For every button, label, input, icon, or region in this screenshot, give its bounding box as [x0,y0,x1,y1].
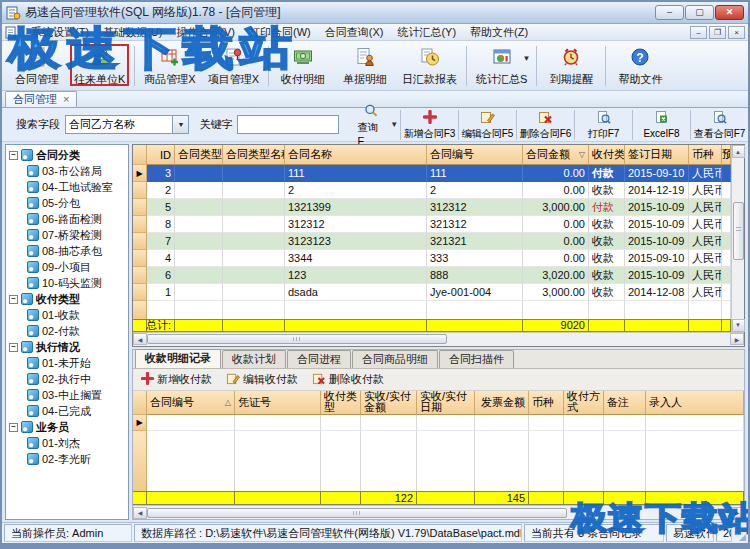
tab-contract-goods[interactable]: 合同商品明细 [352,350,438,368]
mdi-restore-button[interactable]: ❐ [709,26,726,39]
scrollbar-thumb[interactable] [147,334,447,344]
toolbar-due-reminder-button[interactable]: 到期提醒 [540,43,602,89]
menu-system[interactable]: 系统设置(T) [24,24,96,41]
column-header-voucher[interactable]: 凭证号 [235,391,321,415]
scroll-left-icon[interactable]: ◀ [133,507,147,519]
search-field-select[interactable]: 合同乙方名称 ▼ [65,115,189,134]
mdi-close-button[interactable]: × [728,26,745,39]
tree-node[interactable]: 04-工地试验室 [6,179,128,195]
toolbar-goods-manage-button[interactable]: 商品管理X [138,43,201,89]
mdi-minimize-button[interactable]: – [690,26,707,39]
tree-node[interactable]: 02-付款 [6,323,128,339]
row-selector-cell[interactable] [133,267,147,284]
tree-node[interactable]: 09-小项目 [6,259,128,275]
row-selector-cell[interactable]: ▶ [133,415,147,431]
scrollbar-thumb[interactable] [733,202,744,260]
scroll-up-icon[interactable]: ▲ [732,145,745,158]
combo-dropdown-arrow-icon[interactable]: ▼ [172,116,188,133]
tree-node[interactable]: 10-码头监测 [6,275,128,291]
scroll-right-icon[interactable]: ▶ [730,333,744,345]
menu-help[interactable]: 帮助文件(Z) [463,24,535,41]
column-header-pay-type[interactable]: 收付类型 [589,145,625,165]
tab-payment-plan[interactable]: 收款计划 [222,350,286,368]
tree-node[interactable]: 07-桥梁检测 [6,227,128,243]
contract-table-row[interactable]: 1 dsada Jye-001-004 3,000.00 收款 2014-12-… [133,284,731,301]
column-header-actual-amount[interactable]: 实收/实付金额 [361,391,417,415]
tree-node[interactable]: 03-中止搁置 [6,387,128,403]
column-header-pay-method[interactable]: 收付方式 [564,391,604,415]
menu-print-contract[interactable]: 打印合同(W) [242,24,318,41]
column-header-entry-person[interactable]: 录入人 [646,391,744,415]
toolbar-statistics-button[interactable]: 统计汇总S ▼ [470,43,533,89]
column-header-note[interactable]: 备注 [604,391,646,415]
contract-table-row[interactable]: 6 123 888 3,020.00 收款 2015-10-09 人民币 [133,267,731,284]
tree-node[interactable]: 08-抽芯承包 [6,243,128,259]
collapse-minus-icon[interactable] [9,295,18,304]
delete-payment-button[interactable]: 删除收付款 [312,372,384,387]
view-contract-button[interactable]: 查看合同F7 [691,109,748,141]
contract-table-row[interactable]: 5 1321399 312312 3,000.00 付款 2015-10-09 … [133,199,731,216]
row-selector-cell[interactable] [133,182,147,199]
column-header-contract-type[interactable]: 合同类型 [175,145,223,165]
contract-table-row[interactable]: 7 3123123 321321 0.00 收款 2015-10-09 人民币 [133,233,731,250]
row-selector-cell[interactable]: ▶ [133,165,147,182]
column-header-sign-date[interactable]: 签订日期 [625,145,689,165]
resize-grip[interactable]: ◢ [734,524,746,542]
toolbar-help-button[interactable]: ? 帮助文件 [609,43,671,89]
collapse-minus-icon[interactable] [9,151,18,160]
query-button[interactable]: 查询E [353,103,389,147]
keyword-input[interactable] [237,115,339,134]
toolbar-receipt-detail-button[interactable]: 单据明细 [334,43,396,89]
delete-contract-button[interactable]: 删除合同F6 [517,109,574,141]
tree-node[interactable]: 合同分类 [6,147,128,163]
maximize-button[interactable]: ▢ [685,5,714,20]
menu-base-data[interactable]: 基础数据(U) [96,24,169,41]
column-header-actual-date[interactable]: 实收/实付日期 [417,391,475,415]
contract-table-row[interactable]: 4 3344 333 0.00 收款 2015-09-10 人民币 [133,250,731,267]
add-payment-button[interactable]: 新增收付款 [141,372,212,387]
add-contract-button[interactable]: 新增合同F3 [401,109,458,141]
tree-node[interactable]: 02-执行中 [6,371,128,387]
horizontal-scrollbar[interactable]: ◀ ▶ [133,332,744,346]
tab-payment-records[interactable]: 收款明细记录 [135,349,221,368]
column-header-extra[interactable]: 预收/预付金额 [722,145,731,165]
menu-operate-contract[interactable]: 操作合同(V) [169,24,242,41]
toolbar-partners-button[interactable]: 往来单位K [68,43,131,89]
column-header-currency[interactable]: 币种 [689,145,722,165]
column-header-contract-type-name[interactable]: 合同类型名称 [223,145,285,165]
contract-table-row[interactable]: 2 2 2 0.00 收款 2014-12-19 人民币 [133,182,731,199]
tree-node[interactable]: 02-李光昕 [6,451,128,467]
column-header-contract-code[interactable]: 合同编号 [427,145,523,165]
row-selector-cell[interactable] [133,233,147,250]
scroll-right-icon[interactable]: ▶ [730,507,744,519]
menu-contract-query[interactable]: 合同查询(X) [318,24,391,41]
tree-node[interactable]: 03-市公路局 [6,163,128,179]
edit-payment-button[interactable]: 编辑收付款 [226,372,298,387]
row-selector-cell[interactable] [133,216,147,233]
close-button[interactable]: ✕ [715,5,744,20]
column-header-id[interactable]: ID [147,145,175,165]
edit-contract-button[interactable]: 编辑合同F5 [459,109,516,141]
scrollbar-thumb[interactable] [147,508,567,518]
scroll-down-icon[interactable]: ▼ [732,319,745,332]
collapse-minus-icon[interactable] [9,423,18,432]
collapse-minus-icon[interactable] [9,343,18,352]
column-header-amount[interactable]: 合同金额▽ [523,145,589,165]
toolbar-daily-report-button[interactable]: 日汇款报表 [396,43,463,89]
column-header-pay-type[interactable]: 收付类型 [321,391,361,415]
tree-node[interactable]: 01-收款 [6,307,128,323]
column-header-currency[interactable]: 币种 [529,391,564,415]
tree-node[interactable]: 执行情况 [6,339,128,355]
tree-node[interactable]: 06-路面检测 [6,211,128,227]
tree-node[interactable]: 业务员 [6,419,128,435]
excel-export-button[interactable]: ExcelF8 [633,109,690,141]
tree-node[interactable]: 05-分包 [6,195,128,211]
contract-table-row[interactable]: ▶ 3 111 111 0.00 付款 2015-09-10 人民币 [133,165,731,182]
row-selector-cell[interactable] [133,250,147,267]
tree-node[interactable]: 04-已完成 [6,403,128,419]
tab-contract-scans[interactable]: 合同扫描件 [439,350,514,368]
tab-contract-manage[interactable]: 合同管理 × [5,91,77,107]
vertical-scrollbar[interactable]: ▲ ▼ [731,145,744,332]
toolbar-project-manage-button[interactable]: 项目管理X [202,43,265,89]
statistics-dropdown-arrow-icon[interactable]: ▼ [522,54,530,63]
